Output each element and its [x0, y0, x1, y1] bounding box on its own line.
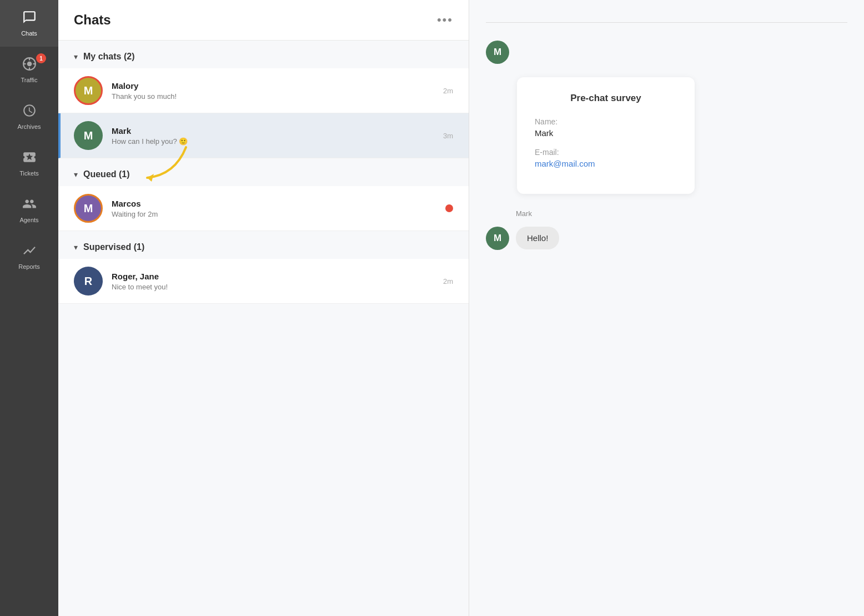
- chat-preview-roger-jane: Nice to meet you!: [112, 283, 434, 291]
- traffic-icon: [22, 57, 37, 73]
- survey-email-value: mark@mail.com: [535, 159, 677, 168]
- reports-icon: [22, 243, 37, 260]
- sidebar-item-agents[interactable]: Agents: [0, 187, 58, 233]
- main-divider: [486, 22, 847, 23]
- supervised-section-header[interactable]: ▾ Supervised (1): [58, 231, 469, 259]
- my-chats-chevron: ▾: [74, 52, 78, 61]
- survey-name-label: Name:: [535, 117, 677, 126]
- sidebar: Chats 1 Traffic Archives Tickets Agents …: [0, 0, 58, 616]
- avatar-malory: M: [74, 76, 103, 105]
- chat-name-mark: Mark: [112, 126, 434, 136]
- message-row: M Hello!: [486, 227, 847, 250]
- chat-name-roger-jane: Roger, Jane: [112, 272, 434, 281]
- sidebar-item-tickets-label: Tickets: [19, 170, 38, 177]
- sidebar-item-archives[interactable]: Archives: [0, 93, 58, 140]
- archives-icon: [22, 103, 37, 120]
- supervised-title: Supervised (1): [83, 242, 144, 252]
- sidebar-item-reports[interactable]: Reports: [0, 233, 58, 280]
- chat-preview-mark: How can I help you? 🙂: [112, 137, 434, 146]
- avatar-marcos: M: [74, 194, 103, 223]
- chat-item-mark[interactable]: M Mark How can I help you? 🙂 3m: [58, 113, 469, 158]
- avatar-roger-jane: R: [74, 267, 103, 296]
- survey-email-label: E-mail:: [535, 148, 677, 157]
- sidebar-item-reports-label: Reports: [18, 263, 40, 270]
- page-title: Chats: [74, 12, 111, 28]
- traffic-badge: 1: [36, 53, 46, 63]
- chat-time-malory: 2m: [443, 87, 453, 95]
- chat-preview-malory: Thank you so much!: [112, 92, 434, 101]
- sidebar-item-chats[interactable]: Chats: [0, 0, 58, 47]
- chat-time-roger-jane: 2m: [443, 277, 453, 286]
- chat-time-mark: 3m: [443, 132, 453, 140]
- chat-item-marcos[interactable]: M Marcos Waiting for 2m: [58, 186, 469, 231]
- marcos-red-dot: [445, 204, 453, 212]
- message-avatar: M: [486, 227, 509, 250]
- sidebar-item-chats-label: Chats: [21, 30, 37, 37]
- chat-main-avatar: M: [486, 41, 509, 64]
- sidebar-item-agents-label: Agents: [19, 217, 38, 223]
- chat-item-malory[interactable]: M Malory Thank you so much! 2m: [58, 68, 469, 113]
- sidebar-item-traffic[interactable]: 1 Traffic: [0, 47, 58, 93]
- chat-item-roger-jane[interactable]: R Roger, Jane Nice to meet you! 2m: [58, 259, 469, 304]
- message-bubble: Hello!: [516, 227, 559, 249]
- chat-name-marcos: Marcos: [112, 199, 436, 208]
- queued-section-wrapper: ▾ Queued (1): [58, 158, 469, 186]
- more-options-button[interactable]: •••: [437, 13, 453, 27]
- survey-card: Pre-chat survey Name: Mark E-mail: mark@…: [517, 77, 695, 194]
- chat-name-malory: Malory: [112, 81, 434, 91]
- chat-info-malory: Malory Thank you so much!: [112, 81, 434, 101]
- chat-info-marcos: Marcos Waiting for 2m: [112, 199, 436, 218]
- tickets-icon: [22, 150, 37, 167]
- sidebar-item-archives-label: Archives: [17, 123, 41, 130]
- chat-preview-marcos: Waiting for 2m: [112, 210, 436, 218]
- sidebar-item-tickets[interactable]: Tickets: [0, 140, 58, 187]
- chats-icon: [22, 10, 37, 27]
- chat-main-header: M: [486, 41, 847, 64]
- svg-point-1: [27, 62, 32, 67]
- survey-name-value: Mark: [535, 128, 677, 138]
- chat-info-mark: Mark How can I help you? 🙂: [112, 126, 434, 146]
- message-sender-label: Mark: [516, 209, 847, 218]
- agents-icon: [22, 197, 37, 213]
- survey-card-title: Pre-chat survey: [535, 93, 677, 104]
- queued-chevron: ▾: [74, 170, 78, 179]
- chat-list-panel: Chats ••• ▾ My chats (2) M Malory Thank …: [58, 0, 469, 616]
- my-chats-title: My chats (2): [83, 52, 134, 62]
- chat-info-roger-jane: Roger, Jane Nice to meet you!: [112, 272, 434, 291]
- avatar-mark: M: [74, 121, 103, 150]
- supervised-chevron: ▾: [74, 243, 78, 252]
- chat-list-body: ▾ My chats (2) M Malory Thank you so muc…: [58, 41, 469, 616]
- my-chats-section-header[interactable]: ▾ My chats (2): [58, 41, 469, 68]
- queued-section-header[interactable]: ▾ Queued (1): [58, 158, 469, 186]
- main-content: M Pre-chat survey Name: Mark E-mail: mar…: [469, 0, 864, 616]
- sidebar-item-traffic-label: Traffic: [21, 77, 38, 83]
- chat-list-header: Chats •••: [58, 0, 469, 41]
- queued-title: Queued (1): [83, 169, 130, 179]
